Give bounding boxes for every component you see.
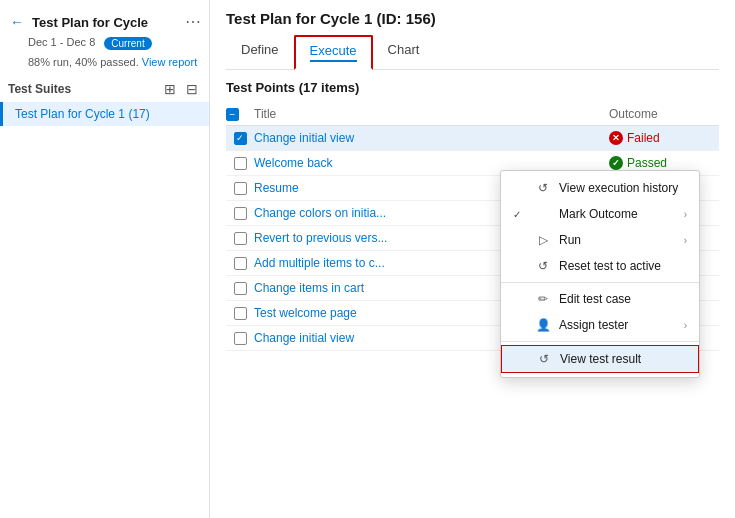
main-panel: Test Plan for Cycle 1 (ID: 156) Define E…	[210, 0, 735, 518]
col-title-header: Title	[254, 107, 609, 121]
table-header: Title Outcome	[226, 103, 719, 126]
menu-divider	[501, 341, 699, 342]
row-outcome: ✕Failed	[609, 131, 719, 145]
content-area: Test Points (17 items) Title Outcome Cha…	[210, 70, 735, 518]
checkbox-input[interactable]	[234, 282, 247, 295]
sidebar: ← Test Plan for Cycle ⋯ Dec 1 - Dec 8 Cu…	[0, 0, 210, 518]
menu-icon: 👤	[535, 318, 551, 332]
checkbox-input[interactable]	[234, 307, 247, 320]
tab-define[interactable]: Define	[226, 35, 294, 70]
outcome-icon: ✓	[609, 156, 623, 170]
menu-label: Edit test case	[559, 292, 687, 306]
menu-item-view-test-result[interactable]: ↺View test result	[501, 345, 699, 373]
checkbox-input[interactable]	[234, 132, 247, 145]
menu-icon: ↺	[535, 259, 551, 273]
outcome-label: Failed	[627, 131, 660, 145]
row-checkbox[interactable]	[226, 157, 254, 170]
more-button[interactable]: ⋯	[185, 14, 201, 30]
row-outcome: ✓Passed	[609, 156, 719, 170]
row-checkbox[interactable]	[226, 257, 254, 270]
col-outcome-header: Outcome	[609, 107, 719, 121]
menu-arrow-icon: ›	[684, 235, 687, 246]
checkbox-input[interactable]	[234, 207, 247, 220]
menu-item-assign-tester[interactable]: 👤Assign tester›	[501, 312, 699, 338]
row-title[interactable]: Change initial view	[254, 131, 609, 145]
suite-item[interactable]: Test Plan for Cycle 1 (17)	[0, 102, 209, 126]
row-title[interactable]: Welcome back	[254, 156, 609, 170]
menu-label: View execution history	[559, 181, 687, 195]
sidebar-stats: 88% run, 40% passed. View report	[0, 54, 209, 72]
row-checkbox[interactable]	[226, 182, 254, 195]
checkbox-input[interactable]	[234, 157, 247, 170]
sidebar-dates: Dec 1 - Dec 8	[28, 36, 95, 48]
checkbox-input[interactable]	[234, 182, 247, 195]
suites-label: Test Suites	[8, 82, 157, 96]
menu-arrow-icon: ›	[684, 320, 687, 331]
current-badge: Current	[104, 37, 151, 50]
menu-item-run[interactable]: ▷Run›	[501, 227, 699, 253]
view-report-link[interactable]: View report	[142, 56, 197, 68]
checkbox-input[interactable]	[234, 232, 247, 245]
row-checkbox[interactable]	[226, 232, 254, 245]
menu-item-reset-test[interactable]: ↺Reset test to active	[501, 253, 699, 279]
menu-icon: ✏	[535, 292, 551, 306]
sidebar-meta-dates: Dec 1 - Dec 8 Current	[0, 34, 209, 54]
row-checkbox[interactable]	[226, 207, 254, 220]
expand-suite-button[interactable]: ⊞	[161, 80, 179, 98]
row-checkbox[interactable]	[226, 132, 254, 145]
suites-header: Test Suites ⊞ ⊟	[0, 72, 209, 102]
menu-label: Mark Outcome	[559, 207, 676, 221]
menu-item-edit-test-case[interactable]: ✏Edit test case	[501, 286, 699, 312]
menu-icon: ↺	[536, 352, 552, 366]
menu-divider	[501, 282, 699, 283]
checkbox-input[interactable]	[234, 332, 247, 345]
sidebar-stats-text: 88% run, 40% passed.	[28, 56, 139, 68]
row-checkbox[interactable]	[226, 332, 254, 345]
sidebar-header: ← Test Plan for Cycle ⋯	[0, 8, 209, 34]
menu-label: Assign tester	[559, 318, 676, 332]
menu-arrow-icon: ›	[684, 209, 687, 220]
menu-label: Reset test to active	[559, 259, 687, 273]
outcome-icon: ✕	[609, 131, 623, 145]
tabs-bar: Define Execute Chart	[226, 35, 719, 70]
tab-chart[interactable]: Chart	[373, 35, 435, 70]
table-row[interactable]: Change initial view✕Failed	[226, 126, 719, 151]
row-checkbox[interactable]	[226, 282, 254, 295]
select-all-checkbox[interactable]	[226, 108, 239, 121]
menu-icon: ↺	[535, 181, 551, 195]
sidebar-title: Test Plan for Cycle	[32, 15, 179, 30]
back-button[interactable]: ←	[8, 14, 26, 30]
menu-check-icon: ✓	[513, 209, 527, 220]
collapse-suite-button[interactable]: ⊟	[183, 80, 201, 98]
menu-icon: ▷	[535, 233, 551, 247]
tab-execute[interactable]: Execute	[294, 35, 373, 70]
menu-item-mark-outcome[interactable]: ✓Mark Outcome›	[501, 201, 699, 227]
outcome-label: Passed	[627, 156, 667, 170]
section-title: Test Points (17 items)	[226, 80, 719, 95]
row-checkbox[interactable]	[226, 307, 254, 320]
menu-label: View test result	[560, 352, 686, 366]
menu-item-view-execution-history[interactable]: ↺View execution history	[501, 175, 699, 201]
menu-label: Run	[559, 233, 676, 247]
context-menu: ↺View execution history✓Mark Outcome›▷Ru…	[500, 170, 700, 378]
main-header: Test Plan for Cycle 1 (ID: 156) Define E…	[210, 0, 735, 70]
main-title: Test Plan for Cycle 1 (ID: 156)	[226, 10, 719, 27]
checkbox-input[interactable]	[234, 257, 247, 270]
